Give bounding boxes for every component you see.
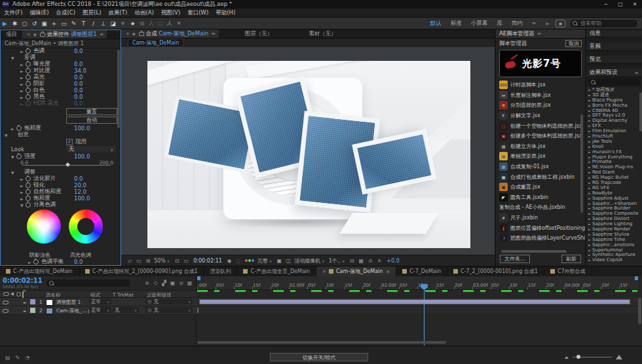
effects-category[interactable]: ► Digital Anarchy — [586, 118, 642, 123]
menu-item[interactable]: 视图(V) — [161, 9, 180, 17]
expand-arrow-icon[interactable]: ► — [20, 75, 26, 80]
property-row[interactable]: ▼ 音调 — [1, 54, 117, 61]
expand-arrow-icon[interactable]: ► — [20, 88, 26, 93]
tool-button[interactable]: ◪ — [108, 20, 118, 27]
composition-mini-flowchart-icon[interactable]: ≋ — [143, 280, 151, 286]
audio-column-icon[interactable] — [10, 292, 14, 296]
tool-button[interactable]: ∕ — [88, 20, 98, 27]
property-value[interactable]: 0.0 — [74, 94, 83, 100]
effects-category[interactable]: ► Sapphire Time — [586, 237, 642, 242]
tool-button[interactable]: ▭ — [59, 20, 69, 27]
effects-category[interactable]: ► Primatte — [586, 159, 642, 164]
grid-guides-icon[interactable]: ⊞ — [143, 258, 153, 264]
monitor-icon[interactable]: ▭ — [134, 258, 143, 264]
expand-arrow-icon[interactable]: ▼ — [5, 133, 10, 137]
effects-category[interactable]: ► RG VFX — [586, 185, 642, 191]
effects-category[interactable]: ► jAe Tools — [586, 139, 642, 144]
tab-script-manager[interactable]: AE脚本管理器 ≡ — [496, 29, 585, 38]
expand-arrow-icon[interactable]: ► — [20, 177, 26, 181]
edit-icon[interactable]: ✎ — [16, 355, 20, 361]
tab-project[interactable]: 项目 — [1, 31, 22, 39]
effects-category[interactable]: ► RG Magic Bullet — [586, 175, 642, 180]
expand-arrow-icon[interactable]: ► — [20, 196, 26, 201]
menu-item[interactable]: 文件(F) — [4, 9, 23, 17]
exposure-reset-icon[interactable]: ✳ — [375, 258, 384, 264]
exposure-value[interactable]: +0.0 — [387, 258, 399, 264]
property-value[interactable]: 0.0 — [74, 81, 83, 87]
property-value[interactable]: 20.0 — [74, 182, 86, 189]
tool-button[interactable]: ✱ — [10, 20, 20, 27]
solo-column-icon[interactable] — [16, 292, 21, 297]
pickwhip-icon[interactable]: ◎ — [147, 299, 152, 304]
timeline-tab[interactable]: ✕ C7外部合成 ≡ — [544, 266, 592, 276]
close-icon[interactable]: ✕ — [27, 32, 31, 37]
stopwatch-icon[interactable] — [26, 196, 31, 201]
tool-button[interactable]: + — [49, 20, 59, 27]
expand-arrow-icon[interactable]: ► — [20, 62, 26, 67]
zoom-slider-thumb[interactable] — [576, 355, 580, 359]
tab-effect-controls[interactable]: ✕ ▪ 效果控件 调整图层1 ≡ — [22, 30, 107, 39]
workspace-menu-icon[interactable]: ≡ — [532, 20, 537, 26]
draft-3d-icon[interactable]: ◇ — [151, 280, 160, 286]
property-row[interactable]: ► 黑色 0.0 — [1, 94, 117, 100]
effects-category[interactable]: ► Sapphire Lighting — [586, 221, 642, 227]
blend-mode-dropdown[interactable]: 正常 ∨ — [89, 307, 111, 313]
expand-arrow-icon[interactable]: ▼ — [20, 203, 26, 208]
stopwatch-icon[interactable] — [26, 94, 31, 100]
close-icon[interactable]: ✕ — [322, 269, 326, 274]
timeline-tab[interactable]: ✕ Cam-落地_DeMain ≡ — [316, 266, 396, 276]
timeline-tab[interactable]: ✕ C-7_2_[0000-0010].png 合成1 ≡ — [447, 266, 544, 276]
tool-button[interactable]: ○ — [20, 20, 29, 27]
close-icon[interactable]: ✕ — [126, 31, 130, 37]
effects-category[interactable]: ► Sapphir...+Sharpen — [586, 201, 642, 206]
flowchart-view-icon[interactable]: ⊙ — [366, 258, 375, 264]
layer-name[interactable]: 调整图层 1 — [56, 299, 81, 306]
effects-category[interactable]: ► Sapphire Composite — [586, 211, 642, 216]
timeline-search[interactable] — [47, 280, 130, 287]
cancel-button[interactable]: 取消 — [565, 40, 582, 47]
expand-arrow-icon[interactable]: ▼ — [11, 155, 16, 159]
clock-icon[interactable]: ◔ — [25, 355, 29, 361]
auto-button[interactable]: 自动 — [66, 117, 117, 124]
expand-arrow-icon[interactable]: ► — [20, 101, 26, 106]
script-list-item[interactable]: ▣ 合成重置.jsx — [499, 182, 585, 192]
maximize-button[interactable]: □ — [613, 0, 628, 9]
property-value[interactable]: 0.0 — [74, 61, 83, 67]
workspace-overflow-icon[interactable]: » — [545, 20, 549, 27]
video-column-icon[interactable] — [3, 292, 9, 296]
tool-button[interactable]: ✎ — [69, 20, 79, 27]
effects-category[interactable]: ► CINEMA 4D — [586, 108, 642, 113]
region-of-interest-icon[interactable]: ▭ — [181, 258, 191, 264]
timeline-tab[interactable]: ✕ C-产品出现特写_2_[0000-0090].png 合成1 ≡ — [79, 266, 204, 276]
script-list-item[interactable]: ≣ 分别选择的层.jsx — [499, 100, 585, 111]
reset-button[interactable]: 重置 — [66, 108, 117, 115]
expand-arrow-icon[interactable]: ► — [20, 49, 26, 54]
workspace-tab[interactable]: 库 — [497, 20, 502, 27]
effects-category[interactable]: ► Sapphire Builder — [586, 206, 642, 211]
property-row[interactable]: ► 对比度 34.0 — [1, 67, 117, 74]
tab-info[interactable]: 信息 — [586, 29, 642, 38]
composition-viewport[interactable] — [121, 47, 495, 255]
ruler-icon[interactable]: ⊡ — [172, 258, 181, 264]
menu-item[interactable]: 图层(L) — [83, 9, 101, 17]
scrollbar[interactable] — [638, 298, 641, 324]
expand-arrow-icon[interactable]: ► — [20, 95, 26, 100]
viewer-chip[interactable]: Cam-落地_DeMain — [128, 39, 183, 47]
panel-menu-icon[interactable]: ≡ — [537, 31, 542, 37]
layer-name[interactable]: Cam-落地_….png 合成 — [56, 308, 89, 314]
property-value[interactable]: 0.0 — [74, 87, 83, 94]
tool-button[interactable]: T — [79, 20, 88, 27]
effects-category[interactable]: ► RowByte — [586, 191, 642, 196]
stopwatch-icon[interactable] — [26, 68, 31, 73]
viewer-timecode[interactable]: 0:00:02:11 — [193, 258, 222, 264]
slider-thumb[interactable] — [66, 162, 70, 167]
active-checkbox[interactable]: ✓ — [66, 139, 73, 145]
script-list-item[interactable]: ▦ 合成打包成单独工程.jsxbin — [499, 172, 585, 182]
label-color-chip[interactable] — [30, 299, 35, 304]
effects-category[interactable]: ► Knoll — [586, 144, 642, 149]
timeline-tab[interactable]: ✕ C-产品出现全景_DeMain ≡ — [237, 266, 316, 276]
property-value[interactable]: 100.0 — [74, 153, 90, 160]
property-row[interactable]: ▼ 创意 — [1, 132, 117, 138]
timeline-tab[interactable]: ✕ 渲染队列 ≡ — [204, 266, 237, 276]
adobe-cc-icon[interactable]: ▣ — [556, 20, 565, 27]
